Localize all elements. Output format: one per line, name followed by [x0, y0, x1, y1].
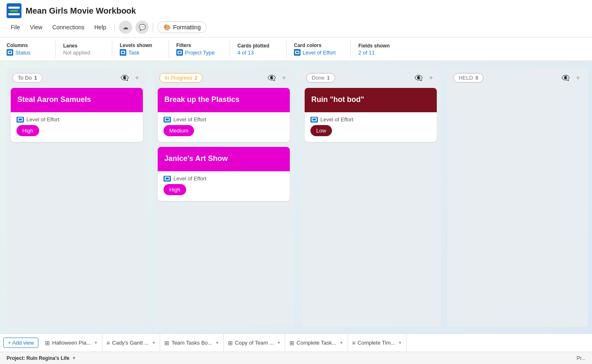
menu-bar: File View Connections Help ☁ 💬 🎨 Formatt… [7, 21, 585, 37]
tab-icon-1: ≡ [107, 340, 110, 346]
columns-icon [7, 49, 13, 56]
tab-2[interactable]: ⊞ Team Tasks Bo... ▼ [160, 334, 224, 352]
tab-label-2: Team Tasks Bo... [171, 340, 212, 346]
filter-group-filters: Filters Project Type [176, 41, 222, 57]
status-chevron-icon: ▼ [72, 356, 76, 360]
column-badge-todo[interactable]: To Do 1 [12, 73, 43, 83]
menu-connections[interactable]: Connections [48, 21, 89, 33]
field-icon [163, 117, 171, 123]
status-project[interactable]: Project: Ruin Regina's Life ▼ [7, 355, 76, 361]
status-right-text: Pr... [577, 355, 585, 361]
tab-icon-0: ⊞ [45, 340, 50, 346]
column-body-held [448, 88, 588, 327]
bottom-tabs: + Add view ⊞ Halloween Pla... ▼ ≡ Cady's… [0, 333, 592, 352]
column-count-held: 0 [476, 75, 478, 81]
cards-text: 4 of 13 [237, 50, 254, 56]
tab-4[interactable]: ⊞ Complete Task... ▼ [285, 334, 348, 352]
field-icon [17, 117, 24, 123]
filter-divider-1 [112, 41, 112, 57]
hide-column-button-todo[interactable]: 👁‍🗨 [120, 73, 130, 83]
filter-divider-4 [286, 41, 287, 57]
column-badge-held[interactable]: HELD 0 [453, 73, 483, 83]
menu-divider-2 [153, 23, 153, 31]
column-header-done: Done 1 👁‍🗨 ＋ [301, 68, 441, 88]
filters-value[interactable]: Project Type [176, 49, 215, 56]
column-body-todo: Steal Aaron Samuels Level of Effort High [7, 88, 147, 327]
levels-value[interactable]: Task [120, 49, 154, 56]
filter-group-card-colors: Card colors Level of Effort [294, 41, 343, 57]
card-item[interactable]: Break up the Plastics Level of Effort Me… [158, 88, 290, 142]
card-field-name: Level of Effort [173, 116, 206, 123]
logo-line-1 [8, 7, 20, 9]
logo-line-2 [10, 10, 18, 12]
logo-line-3 [8, 13, 20, 15]
tab-5[interactable]: ≡ Complete Tim... ▼ [348, 334, 407, 352]
col-actions-held: 👁‍🗨 ＋ [561, 73, 582, 83]
menu-divider-1 [114, 23, 115, 31]
lanes-label: Lanes [63, 43, 97, 49]
add-card-button-in-progress[interactable]: ＋ [280, 73, 288, 83]
tab-3[interactable]: ⊞ Copy of Team ... ▼ [224, 334, 285, 352]
filter-divider-5 [350, 41, 351, 57]
tab-icon-3: ⊞ [228, 340, 233, 346]
tab-0[interactable]: ⊞ Halloween Pla... ▼ [41, 334, 102, 352]
column-body-in-progress: Break up the Plastics Level of Effort Me… [154, 88, 294, 327]
filters-icon [176, 49, 183, 56]
column-held: HELD 0 👁‍🗨 ＋ [448, 68, 588, 327]
tab-chevron-icon-1: ▼ [152, 340, 156, 345]
cards-value[interactable]: 4 of 13 [237, 50, 271, 56]
card-field-value: Medium [163, 125, 194, 136]
filter-group-levels: Levels shown Task [120, 41, 161, 57]
add-view-button[interactable]: + Add view [3, 338, 38, 348]
menu-file[interactable]: File [7, 21, 24, 33]
tab-chevron-icon-0: ▼ [94, 340, 98, 345]
card-item[interactable]: Janice's Art Show Level of Effort High [158, 147, 290, 201]
card-field-label: Level of Effort [163, 175, 284, 182]
card-body: Level of Effort Low [305, 112, 437, 142]
cards-label: Cards plotted [237, 43, 271, 49]
col-actions-in-progress: 👁‍🗨 ＋ [267, 73, 288, 83]
menu-help[interactable]: Help [90, 21, 110, 33]
fields-value[interactable]: 2 of 11 [358, 50, 392, 56]
card-item[interactable]: Steal Aaron Samuels Level of Effort High [11, 88, 143, 142]
tab-icon-2: ⊞ [164, 340, 169, 346]
column-badge-in-progress[interactable]: In Progress 2 [159, 73, 203, 83]
column-badge-done[interactable]: Done 1 [306, 73, 335, 83]
column-title-done: Done [312, 75, 324, 81]
card-body: Level of Effort High [158, 171, 290, 201]
menu-view[interactable]: View [26, 21, 47, 33]
add-card-button-todo[interactable]: ＋ [133, 73, 141, 83]
fields-text: 2 of 11 [358, 50, 375, 56]
columns-label: Columns [7, 43, 40, 48]
cloud-icon-btn[interactable]: ☁ [119, 21, 132, 34]
lanes-value[interactable]: Not applied [63, 50, 97, 56]
lanes-text: Not applied [63, 50, 90, 56]
filter-group-cards: Cards plotted 4 of 13 [237, 41, 279, 57]
levels-icon [120, 49, 126, 56]
card-colors-value[interactable]: Level of Effort [294, 49, 336, 56]
formatting-button[interactable]: 🎨 Formatting [157, 21, 207, 33]
column-title-badge-done: Done 1 [306, 73, 335, 83]
card-item[interactable]: Ruin "hot bod" Level of Effort Low [305, 88, 437, 142]
card-title-bar: Ruin "hot bod" [305, 88, 437, 112]
card-field-label: Level of Effort [17, 116, 137, 123]
chat-icon-btn[interactable]: 💬 [135, 21, 149, 34]
column-header-in-progress: In Progress 2 👁‍🗨 ＋ [154, 68, 294, 88]
col-actions-done: 👁‍🗨 ＋ [414, 73, 435, 83]
hide-column-button-held[interactable]: 👁‍🗨 [561, 73, 571, 83]
levels-text: Task [128, 50, 140, 56]
hide-column-button-in-progress[interactable]: 👁‍🗨 [267, 73, 277, 83]
add-card-button-done[interactable]: ＋ [427, 73, 435, 83]
columns-value[interactable]: Status [7, 49, 40, 56]
tab-label-4: Complete Task... [296, 340, 336, 346]
card-field-name: Level of Effort [26, 116, 59, 123]
add-card-button-held[interactable]: ＋ [574, 73, 582, 83]
app-title: Mean Girls Movie Workbook [26, 6, 136, 16]
card-field-name: Level of Effort [320, 116, 353, 123]
hide-column-button-done[interactable]: 👁‍🗨 [414, 73, 424, 83]
formatting-icon: 🎨 [163, 24, 170, 31]
tab-label-5: Complete Tim... [358, 340, 395, 346]
column-count-in-progress: 2 [194, 75, 197, 81]
tab-chevron-icon-3: ▼ [277, 340, 281, 345]
tab-1[interactable]: ≡ Cady's Gantt ... ▼ [102, 334, 160, 352]
